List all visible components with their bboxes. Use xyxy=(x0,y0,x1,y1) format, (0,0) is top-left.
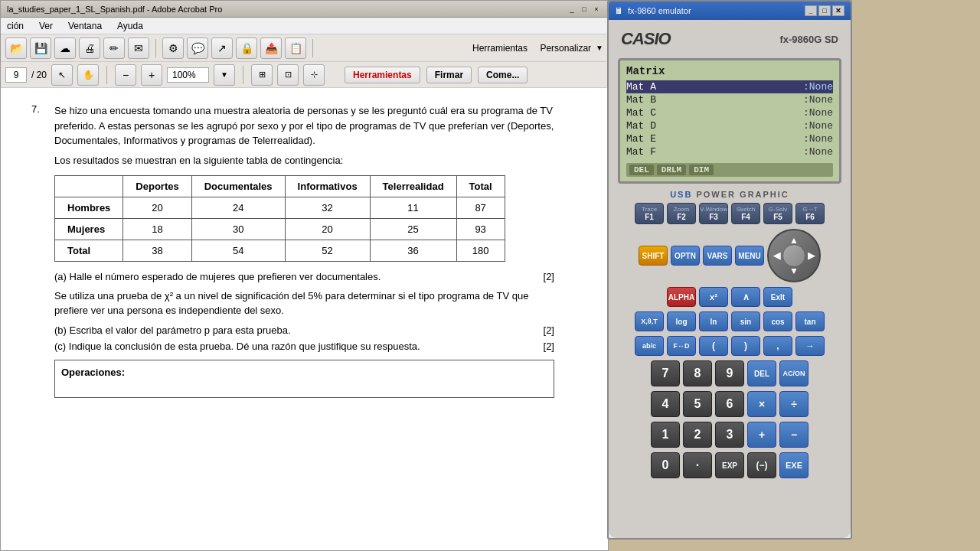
exp-button[interactable]: EXP xyxy=(715,452,744,478)
export-button[interactable]: 📤 xyxy=(260,37,282,59)
divide-button[interactable]: ÷ xyxy=(779,391,808,417)
three-button[interactable]: 3 xyxy=(715,422,744,448)
calc-brand: CASIO fx-9860G SD xyxy=(615,26,844,52)
f6-button[interactable]: G→T F6 xyxy=(795,203,825,224)
tan-button[interactable]: tan xyxy=(795,311,825,331)
x2-button[interactable]: x² xyxy=(699,287,728,307)
come-button[interactable]: Come... xyxy=(478,67,528,83)
calc-body: CASIO fx-9860G SD Matrix Mat A :None Mat… xyxy=(609,20,851,538)
del-button[interactable]: DEL xyxy=(747,360,776,386)
menu-ver[interactable]: Ver xyxy=(36,19,56,33)
f3-button[interactable]: V-Window F3 xyxy=(699,203,728,224)
nav-cluster[interactable]: ▲ ▼ ◀ ▶ xyxy=(767,229,821,282)
alpha-button[interactable]: ALPHA xyxy=(667,287,696,307)
optn-button[interactable]: OPTN xyxy=(671,246,700,266)
herramientas-button[interactable]: Herramientas xyxy=(345,67,420,83)
f4-button[interactable]: Sketch F4 xyxy=(731,203,760,224)
maximize-button[interactable]: □ xyxy=(579,4,590,15)
menu-ayuda[interactable]: Ayuda xyxy=(114,19,146,33)
zoom-input[interactable] xyxy=(167,67,209,83)
save-button[interactable]: 💾 xyxy=(30,37,51,59)
f1-button[interactable]: Trace F1 xyxy=(635,203,664,224)
exit-button[interactable]: ExIt xyxy=(763,287,792,307)
fd-button[interactable]: F↔D xyxy=(667,336,696,356)
pdf-menubar: ción Ver Ventana Ayuda xyxy=(1,18,608,34)
minimize-button[interactable]: _ xyxy=(567,4,577,15)
subtract-button[interactable]: − xyxy=(779,422,808,448)
menu-cion[interactable]: ción xyxy=(4,19,27,33)
matc-value: :None xyxy=(803,107,833,119)
xthetat-button[interactable]: X,θ,T xyxy=(635,311,664,331)
menu-ventana[interactable]: Ventana xyxy=(65,19,105,33)
calc-minimize[interactable]: _ xyxy=(805,5,817,16)
rparen-button[interactable]: ) xyxy=(731,336,760,356)
sep3 xyxy=(106,66,107,84)
shift-button[interactable]: SHIFT xyxy=(639,246,668,266)
usb-text: USB xyxy=(670,190,692,199)
add-button[interactable]: + xyxy=(747,422,776,448)
screen-bottom-bar: DEL DRLM DIM xyxy=(626,163,833,177)
five-button[interactable]: 5 xyxy=(683,391,712,417)
seven-button[interactable]: 7 xyxy=(651,360,680,386)
comment-button[interactable]: 💬 xyxy=(187,37,208,59)
print-button[interactable]: 🖨 xyxy=(79,37,100,59)
f5-button[interactable]: G-Solv F5 xyxy=(763,203,792,224)
zoom-in-button[interactable]: + xyxy=(141,64,162,86)
share-button[interactable]: ↗ xyxy=(211,37,233,59)
select-button[interactable]: ⊹ xyxy=(303,64,325,86)
dot-button[interactable]: · xyxy=(683,452,712,478)
six-button[interactable]: 6 xyxy=(715,391,744,417)
lparen-button[interactable]: ( xyxy=(699,336,728,356)
total-total: 180 xyxy=(456,240,505,261)
alpha-row: ALPHA x² ∧ ExIt xyxy=(615,287,844,307)
open-button[interactable]: 📂 xyxy=(5,37,27,59)
log-button[interactable]: log xyxy=(667,311,696,331)
hand-tool[interactable]: ✋ xyxy=(77,64,99,86)
calc-maximize[interactable]: □ xyxy=(818,5,831,16)
page-input[interactable] xyxy=(5,67,27,83)
cursor-tool[interactable]: ↖ xyxy=(51,64,73,86)
exe-button[interactable]: EXE xyxy=(779,452,808,478)
nav-center[interactable] xyxy=(782,244,805,267)
store-button[interactable]: → xyxy=(795,336,825,356)
abk-button[interactable]: ab/c xyxy=(635,336,664,356)
review-button[interactable]: 📋 xyxy=(285,37,306,59)
zoom-out-button[interactable]: − xyxy=(115,64,136,86)
cloud-button[interactable]: ☁ xyxy=(54,37,76,59)
mujeres-informativos: 20 xyxy=(285,218,370,240)
vars-button[interactable]: VARS xyxy=(703,246,732,266)
acon-button[interactable]: AC/ON xyxy=(779,360,808,386)
nine-button[interactable]: 9 xyxy=(715,360,744,386)
f2-button[interactable]: Zoom F2 xyxy=(667,203,696,224)
email-button[interactable]: ✉ xyxy=(128,37,149,59)
calculator-window: 🖩 fx-9860 emulator _ □ ✕ CASIO fx-9860G … xyxy=(607,0,852,540)
personalize-btn[interactable]: Herramientas xyxy=(472,43,528,54)
pdf-titlebar: la_studies_paper_1_SL_Spanish.pdf - Adob… xyxy=(1,1,608,18)
four-button[interactable]: 4 xyxy=(651,391,680,417)
settings-button[interactable]: ⚙ xyxy=(162,37,184,59)
neg-button[interactable]: (−) xyxy=(747,452,776,478)
multiply-button[interactable]: × xyxy=(747,391,776,417)
zoom-dropdown[interactable]: ▼ xyxy=(214,64,235,86)
calc-close[interactable]: ✕ xyxy=(832,5,844,16)
zero-button[interactable]: 0 xyxy=(651,452,680,478)
protect-button[interactable]: 🔒 xyxy=(236,37,257,59)
fit-width-button[interactable]: ⊡ xyxy=(277,64,299,86)
eight-button[interactable]: 8 xyxy=(683,360,712,386)
firmar-button[interactable]: Firmar xyxy=(426,67,472,83)
caret-button[interactable]: ∧ xyxy=(731,287,760,307)
one-button[interactable]: 1 xyxy=(651,422,680,448)
personalize-arrow[interactable]: ▼ xyxy=(596,44,603,52)
edit-button[interactable]: ✏ xyxy=(103,37,125,59)
comma-button[interactable]: , xyxy=(763,336,792,356)
ln-button[interactable]: ln xyxy=(699,311,728,331)
close-button[interactable]: × xyxy=(591,4,602,15)
cos-button[interactable]: cos xyxy=(763,311,792,331)
two-button[interactable]: 2 xyxy=(683,422,712,448)
fit-page-button[interactable]: ⊞ xyxy=(251,64,273,86)
sin-button[interactable]: sin xyxy=(731,311,760,331)
hombres-total: 87 xyxy=(456,197,505,218)
calc-title: fx-9860 emulator xyxy=(628,6,803,15)
menu-button[interactable]: MENU xyxy=(735,246,764,266)
screen-row-matb: Mat B :None xyxy=(626,93,833,106)
